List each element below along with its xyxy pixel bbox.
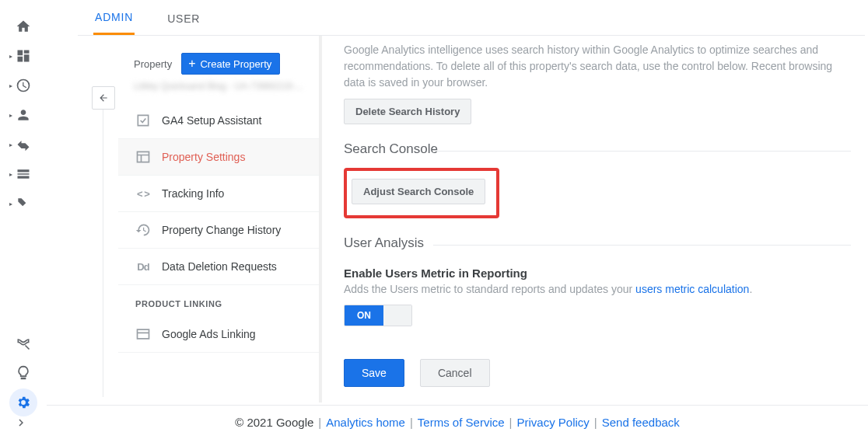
create-property-label: Create Property [200,58,271,70]
main-panel: Google Analytics intelligence uses searc… [322,36,865,402]
collapse-icon[interactable] [14,416,28,433]
nav-property-settings[interactable]: Property Settings [118,139,319,176]
nav-google-ads-linking[interactable]: Google Ads Linking [118,316,319,353]
left-nav-rail: ▸ ▸ ▸ ▸ ▸ ▸ [0,0,47,439]
checkbox-icon [135,113,151,128]
dd-icon: Dd [135,259,151,274]
nav-tracking-info[interactable]: < > Tracking Info [118,176,319,212]
discover-icon[interactable] [9,329,37,357]
highlight-box: Adjust Search Console [344,168,499,218]
conversions-icon[interactable]: ▸ [9,190,37,218]
toggle-off-handle [383,305,411,326]
dashboard-icon[interactable]: ▸ [9,42,37,70]
admin-gear-icon[interactable] [9,388,37,416]
footer-feedback[interactable]: Send feedback [602,416,680,429]
footer-tos[interactable]: Terms of Service [418,416,505,429]
acquisition-icon[interactable]: ▸ [9,131,37,159]
tab-admin[interactable]: ADMIN [93,0,135,35]
toggle-on-label: ON [345,305,383,326]
search-console-heading: Search Console [344,141,851,162]
nav-data-deletion[interactable]: Dd Data Deletion Requests [118,249,319,285]
adjust-search-console-button[interactable]: Adjust Search Console [352,179,485,204]
footer-analytics-home[interactable]: Analytics home [326,416,405,429]
home-icon[interactable] [9,12,37,40]
insights-icon[interactable] [9,359,37,387]
cancel-button[interactable]: Cancel [420,359,490,387]
users-metric-toggle[interactable]: ON [344,305,412,326]
admin-column: Property + Create Property Littley Quick… [78,36,319,402]
audience-icon[interactable]: ▸ [9,101,37,129]
enable-users-heading: Enable Users Metric in Reporting [344,267,851,280]
property-label: Property [134,58,172,70]
top-tabs: ADMIN USER [78,0,865,36]
ads-icon [135,326,151,342]
footer-copyright: © 2021 Google [235,416,313,429]
footer-privacy[interactable]: Privacy Policy [516,416,589,429]
user-analysis-heading: User Analysis [344,235,851,256]
behavior-icon[interactable]: ▸ [9,160,37,188]
plus-icon: + [188,57,195,70]
back-button[interactable] [92,86,115,110]
property-name[interactable]: Littley Quicksand Blog - UA-73660219-... [134,81,319,92]
code-icon: < > [135,186,151,201]
enable-users-desc: Adds the Users metric to standard report… [344,283,851,295]
product-linking-heading: PRODUCT LINKING [118,285,319,316]
save-button[interactable]: Save [344,359,404,387]
realtime-icon[interactable]: ▸ [9,71,37,99]
footer: © 2021 Google | Analytics home | Terms o… [47,405,868,439]
nav-change-history[interactable]: Property Change History [118,212,319,249]
intro-text: Google Analytics intelligence uses searc… [344,42,851,91]
users-metric-link[interactable]: users metric calculation [635,283,749,295]
layout-icon [135,149,151,165]
create-property-button[interactable]: + Create Property [181,53,280,75]
nav-ga4-setup[interactable]: GA4 Setup Assistant [118,103,319,139]
tab-user[interactable]: USER [166,2,201,34]
delete-search-history-button[interactable]: Delete Search History [344,99,471,124]
history-icon [135,222,151,238]
